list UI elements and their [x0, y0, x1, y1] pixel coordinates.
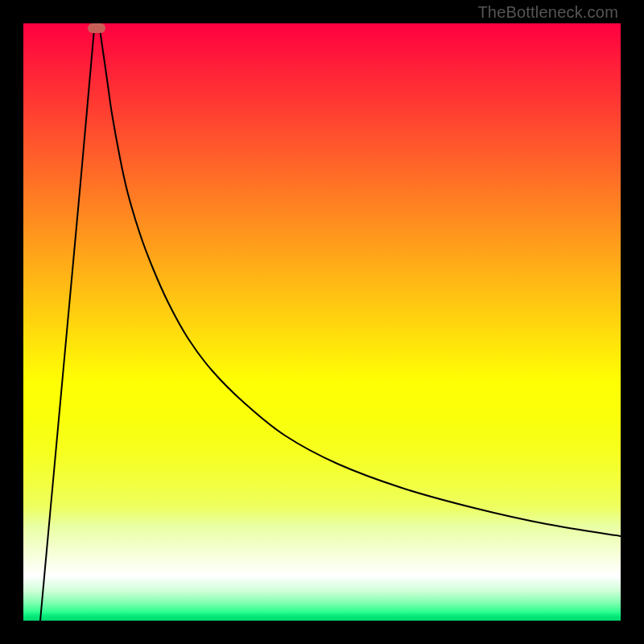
curve-left-branch: [40, 29, 94, 621]
watermark-text: TheBottleneck.com: [477, 3, 618, 22]
chart-frame: TheBottleneck.com: [0, 0, 644, 644]
curve-overlay: [23, 23, 621, 621]
minimum-marker: [88, 23, 105, 33]
curve-right-branch: [100, 29, 621, 536]
plot-area: [23, 23, 621, 621]
